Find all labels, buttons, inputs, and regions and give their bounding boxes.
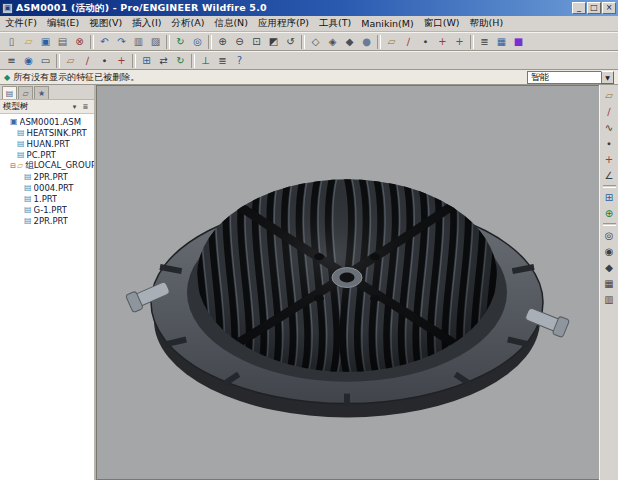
info-button[interactable]: ◉: [20, 53, 37, 69]
tab-model-tree[interactable]: ▤: [2, 86, 17, 99]
tree-item-huan[interactable]: ▤ HUAN.PRT: [0, 138, 94, 149]
hidden-line-button[interactable]: ◈: [324, 34, 341, 50]
create-component-tool[interactable]: ⊕: [601, 206, 617, 221]
selection-filter-dropdown-icon[interactable]: ▼: [601, 71, 614, 84]
layer-button[interactable]: ≣: [476, 34, 493, 50]
new-button[interactable]: ▯: [3, 34, 20, 50]
hole-tool[interactable]: ◎: [601, 228, 617, 243]
redo-button[interactable]: ↷: [113, 34, 130, 50]
tree-item-asm0001[interactable]: ▣ ASM0001.ASM: [0, 116, 94, 127]
datum-point-tool[interactable]: ∙: [601, 136, 617, 151]
datum-plane-toggle[interactable]: ▱: [383, 34, 400, 50]
spin-center-toggle[interactable]: +: [451, 34, 468, 50]
menu-applications[interactable]: 应用程序(P): [253, 16, 314, 31]
expander-icon[interactable]: ⊟: [10, 162, 17, 170]
title-bar[interactable]: ▣ ASM0001 (活动的) - Pro/ENGINEER Wildfire …: [0, 0, 618, 16]
datum-axis-tool[interactable]: ∕: [601, 104, 617, 119]
part-icon: ▤: [17, 128, 25, 137]
secondary-toolbar: ≡◉▭▱∕∙+⊞⇄↻⊥≣?: [0, 51, 618, 70]
point-display-button[interactable]: ∙: [96, 53, 113, 69]
shaded-button[interactable]: ●: [358, 34, 375, 50]
regenerate-button[interactable]: ↻: [172, 34, 189, 50]
pattern-tool[interactable]: ▦: [601, 276, 617, 291]
sketch-tool[interactable]: ∠: [601, 168, 617, 183]
component-placement-button[interactable]: ⊞: [138, 53, 155, 69]
close-button[interactable]: ×: [602, 2, 616, 14]
menu-edit[interactable]: 编辑(E): [42, 16, 84, 31]
undo-button[interactable]: ↶: [96, 34, 113, 50]
tree-item-1[interactable]: ▤ 1.PRT: [0, 193, 94, 204]
tab-favorites[interactable]: ★: [34, 86, 49, 99]
tree-item-g1[interactable]: ▤ G-1.PRT: [0, 204, 94, 215]
plane-display-button[interactable]: ▱: [62, 53, 79, 69]
part-icon: ▤: [17, 139, 25, 148]
help-button[interactable]: ?: [231, 53, 248, 69]
paste-button[interactable]: ▨: [147, 34, 164, 50]
separator: [90, 35, 94, 49]
3d-viewport[interactable]: [96, 85, 599, 480]
tree-item-heatsink[interactable]: ▤ HEATSINK.PRT: [0, 127, 94, 138]
zoom-out-button[interactable]: ⊖: [231, 34, 248, 50]
tree-item-2pr-2[interactable]: ▤ 2PR.PRT: [0, 215, 94, 226]
part-icon: ▤: [24, 183, 32, 192]
repaint-button[interactable]: ◩: [265, 34, 282, 50]
copy-button[interactable]: ▥: [130, 34, 147, 50]
menu-tools[interactable]: 工具(T): [314, 16, 356, 31]
menu-analysis[interactable]: 分析(A): [166, 16, 209, 31]
find-button[interactable]: ◎: [189, 34, 206, 50]
separator: [603, 223, 616, 226]
datum-axis-toggle[interactable]: ∕: [400, 34, 417, 50]
erase-not-displayed-button[interactable]: ⊗: [71, 34, 88, 50]
open-button[interactable]: ▱: [20, 34, 37, 50]
tree-item-local-group[interactable]: ⊟ ▱ 组LOCAL_GROUP: [0, 160, 94, 171]
menu-file[interactable]: 文件(F): [0, 16, 42, 31]
maximize-button[interactable]: □: [587, 2, 601, 14]
mirror-tool[interactable]: ▥: [601, 292, 617, 307]
menu-manikin[interactable]: Manikin(M): [356, 17, 418, 30]
render-button[interactable]: ■: [510, 34, 527, 50]
tree-item-pc[interactable]: ▤ PC.PRT: [0, 149, 94, 160]
drag-component-button[interactable]: ⇄: [155, 53, 172, 69]
datum-curve-tool[interactable]: ∿: [601, 120, 617, 135]
round-tool[interactable]: ◉: [601, 244, 617, 259]
tree-item-0004[interactable]: ▤ 0004.PRT: [0, 182, 94, 193]
assemble-component-tool[interactable]: ⊞: [601, 190, 617, 205]
no-hidden-button[interactable]: ◆: [341, 34, 358, 50]
menu-insert[interactable]: 插入(I): [127, 16, 166, 31]
selection-filter-value[interactable]: 智能: [527, 71, 601, 84]
csys-display-button[interactable]: +: [113, 53, 130, 69]
tree-item-label: 2PR.PRT: [34, 216, 68, 226]
axis-display-button[interactable]: ∕: [79, 53, 96, 69]
chamfer-tool[interactable]: ◆: [601, 260, 617, 275]
zoom-in-button[interactable]: ⊕: [214, 34, 231, 50]
separator: [208, 35, 212, 49]
tab-folder-browser[interactable]: ▱: [18, 86, 33, 99]
datum-plane-tool[interactable]: ▱: [601, 88, 617, 103]
wireframe-button[interactable]: ◇: [307, 34, 324, 50]
csys-tool[interactable]: +: [601, 152, 617, 167]
print-button[interactable]: ▤: [54, 34, 71, 50]
regenerate-manager-button[interactable]: ↻: [172, 53, 189, 69]
tree-item-2pr-1[interactable]: ▤ 2PR.PRT: [0, 171, 94, 182]
minimize-button[interactable]: _: [572, 2, 586, 14]
reorient-button[interactable]: ↺: [282, 34, 299, 50]
menu-view[interactable]: 视图(V): [84, 16, 127, 31]
datum-point-toggle[interactable]: ∙: [417, 34, 434, 50]
settings-button[interactable]: ≣: [214, 53, 231, 69]
model-tree-toggle-button[interactable]: ≡: [3, 53, 20, 69]
csys-toggle[interactable]: +: [434, 34, 451, 50]
tree-settings-dropdown-button[interactable]: ≣: [80, 101, 91, 112]
tree-item-label: HUAN.PRT: [27, 139, 70, 149]
tree-item-label: 0004.PRT: [34, 183, 74, 193]
tree-show-dropdown-button[interactable]: ▾: [69, 101, 80, 112]
view-normal-button[interactable]: ⊥: [197, 53, 214, 69]
separator: [132, 54, 136, 68]
menu-help[interactable]: 帮助(H): [465, 16, 509, 31]
separator: [603, 185, 616, 188]
annotation-button[interactable]: ▭: [37, 53, 54, 69]
refit-button[interactable]: ⊡: [248, 34, 265, 50]
save-button[interactable]: ▣: [37, 34, 54, 50]
menu-window[interactable]: 窗口(W): [419, 16, 465, 31]
menu-info[interactable]: 信息(N): [209, 16, 253, 31]
view-manager-button[interactable]: ▦: [493, 34, 510, 50]
